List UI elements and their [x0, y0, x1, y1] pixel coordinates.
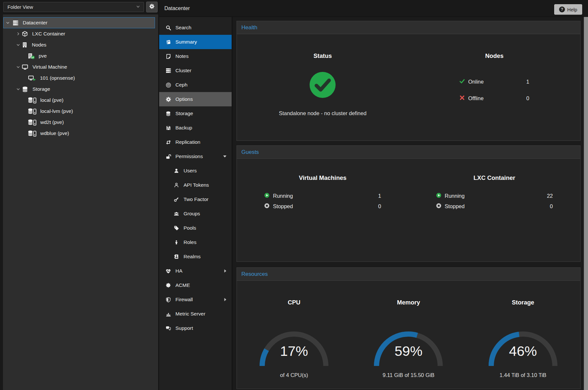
resources-panel: Resources CPU 17% of 4 CPU(s) Memory — [236, 267, 581, 389]
nodes-column-title: Nodes — [485, 52, 504, 60]
nav-item-permissions[interactable]: Permissions — [159, 149, 232, 164]
selected-node-title: Datacenter — [164, 0, 190, 17]
database-drive-icon — [28, 119, 37, 126]
tree-item-pve[interactable]: pve — [3, 50, 155, 61]
stop-circle-icon — [436, 203, 441, 210]
help-button[interactable]: Help — [554, 4, 582, 15]
chevron-down-icon[interactable] — [16, 65, 20, 69]
user-outline-icon — [173, 182, 180, 188]
nav-item-firewall[interactable]: Firewall — [159, 292, 232, 307]
check-circle-icon — [309, 71, 336, 100]
nav-item-storage[interactable]: Storage — [159, 106, 232, 121]
nav-item-notes[interactable]: Notes — [159, 49, 232, 63]
nodes-offline-row: Offline 0 — [459, 94, 529, 102]
view-mode-select[interactable]: Folder View — [3, 2, 144, 12]
gear-icon — [165, 97, 172, 102]
storage-usage-detail: 1.44 TiB of 3.10 TiB — [500, 372, 546, 378]
tree-item-nodes[interactable]: Nodes — [3, 39, 155, 50]
tree-settings-button[interactable] — [146, 2, 158, 12]
tree-item-storage-local[interactable]: local (pve) — [3, 95, 155, 106]
cpu-gauge: 17% — [252, 324, 336, 370]
view-mode-value: Folder View — [4, 4, 33, 10]
storage-gauge: 46% — [481, 324, 565, 370]
cross-icon — [459, 95, 465, 102]
tree-item-storage-wd2t[interactable]: wd2t (pve) — [3, 117, 155, 128]
guests-lxc-column: LXC Container Running 22 Stopped 0 — [409, 159, 581, 210]
health-nodes-column: Nodes Online 1 Offline 0 — [409, 34, 581, 116]
nav-item-groups[interactable]: Groups — [159, 207, 232, 221]
nav-item-search[interactable]: Search — [159, 20, 232, 35]
nav-item-ceph[interactable]: Ceph — [159, 78, 232, 92]
key-icon — [173, 197, 180, 202]
panel-divider — [232, 17, 233, 390]
lxc-stopped-row: Stopped 0 — [436, 202, 553, 210]
health-status-column: Status Standalone node - no cluster defi… — [237, 34, 409, 116]
gear-icon — [149, 4, 155, 10]
cpu-usage-detail: of 4 CPU(s) — [280, 372, 308, 378]
tree-item-storage[interactable]: Storage — [3, 84, 155, 95]
tree-item-vm-101[interactable]: 101 (opnsense) — [3, 73, 155, 84]
resource-tree-panel: Folder View Datacenter LXC Container Nod… — [0, 0, 158, 390]
resources-title: Resources — [241, 271, 268, 277]
tree-item-lxc-container[interactable]: LXC Container — [3, 28, 155, 39]
caret-right-icon — [224, 269, 226, 273]
storage-gauge-column: Storage 46% 1.44 TiB of 3.10 TiB — [466, 281, 580, 378]
vm-running-row: Running 1 — [264, 192, 381, 200]
floppy-icon — [165, 125, 172, 131]
nav-item-summary[interactable]: Summary — [159, 35, 232, 49]
building-icon — [22, 42, 28, 48]
database-drive-icon — [28, 97, 37, 103]
nav-item-users[interactable]: Users — [159, 164, 232, 178]
nav-item-two-factor[interactable]: Two Factor — [159, 192, 232, 207]
vm-stopped-row: Stopped 0 — [264, 202, 381, 210]
chevron-down-icon — [136, 4, 140, 10]
play-circle-icon — [264, 193, 270, 199]
health-panel-header: Health — [237, 21, 580, 34]
tree-item-storage-wdblue[interactable]: wdblue (pve) — [3, 128, 155, 139]
nav-item-realms[interactable]: Realms — [159, 249, 232, 264]
unlock-icon — [165, 154, 172, 159]
nodes-rows: Online 1 Offline 0 — [459, 78, 529, 102]
nav-item-backup[interactable]: Backup — [159, 121, 232, 135]
ceph-icon — [165, 82, 172, 88]
nav-item-options[interactable]: Options — [159, 92, 232, 106]
nav-item-acme[interactable]: ACME — [159, 278, 232, 292]
guests-panel-header: Guests — [237, 146, 580, 159]
caret-right-icon — [224, 298, 226, 301]
tree-item-datacenter[interactable]: Datacenter — [3, 17, 155, 28]
tree-item-virtual-machine[interactable]: Virtual Machine — [3, 61, 155, 73]
check-icon — [459, 78, 465, 85]
server-stack-icon — [13, 20, 19, 26]
vm-rows: Running 1 Stopped 0 — [264, 192, 381, 210]
tree-item-storage-local-lvm[interactable]: local-lvm (pve) — [3, 106, 155, 117]
nav-item-support[interactable]: Support — [159, 321, 232, 335]
content-header-bar: Datacenter — [159, 0, 588, 17]
nav-item-api-tokens[interactable]: API Tokens — [159, 178, 232, 192]
caret-down-icon — [223, 155, 226, 158]
chevron-down-icon[interactable] — [6, 21, 10, 25]
vertical-scrollbar[interactable] — [584, 17, 588, 390]
question-circle-icon — [559, 7, 565, 12]
chevron-right-icon[interactable] — [16, 32, 20, 36]
database-drive-icon — [28, 130, 37, 137]
sync-arrows-icon — [165, 140, 172, 145]
search-icon — [165, 25, 172, 31]
nav-item-cluster[interactable]: Cluster — [159, 63, 232, 78]
heartbeat-icon — [165, 268, 172, 274]
nav-item-ha[interactable]: HA — [159, 264, 232, 278]
cube-icon — [22, 31, 28, 37]
chevron-down-icon[interactable] — [16, 43, 20, 47]
memory-usage-percent: 59% — [366, 343, 451, 359]
lxc-running-row: Running 22 — [436, 192, 553, 200]
chevron-down-icon[interactable] — [16, 87, 20, 91]
cpu-usage-percent: 17% — [252, 343, 336, 359]
user-group-icon — [173, 211, 180, 216]
nav-item-roles[interactable]: Roles — [159, 235, 232, 249]
monitor-icon — [22, 64, 28, 70]
memory-gauge-column: Memory 59% 9.11 GiB of 15.50 GiB — [351, 281, 466, 378]
tag-icon — [173, 225, 180, 231]
nav-item-replication[interactable]: Replication — [159, 135, 232, 149]
nav-item-metric-server[interactable]: Metric Server — [159, 307, 232, 321]
nav-item-pools[interactable]: Pools — [159, 221, 232, 235]
database-icon — [165, 111, 172, 116]
